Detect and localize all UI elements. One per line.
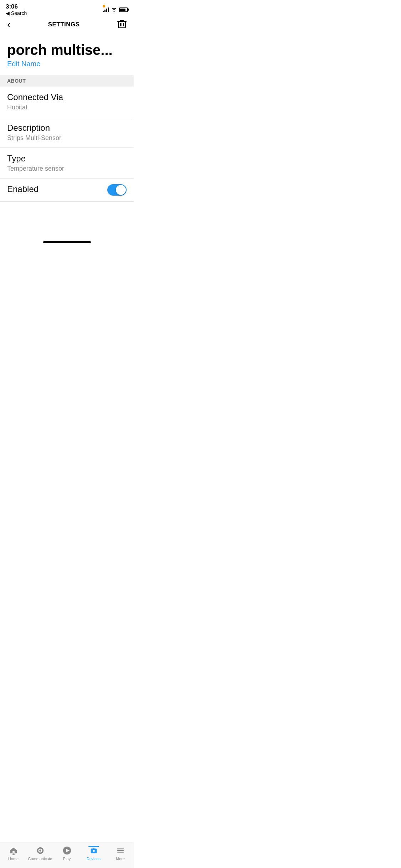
- description-row: Description Strips Multi-Sensor: [0, 117, 134, 148]
- type-value: Temperature sensor: [7, 165, 127, 172]
- connected-via-title: Connected Via: [7, 92, 127, 102]
- connected-via-row: Connected Via Hubitat: [0, 87, 134, 117]
- enabled-toggle-container: [107, 184, 127, 196]
- edit-name-button[interactable]: Edit Name: [7, 60, 127, 68]
- enabled-title: Enabled: [7, 184, 38, 194]
- connected-via-value: Hubitat: [7, 104, 127, 111]
- signal-icon: [103, 7, 109, 12]
- back-button[interactable]: ‹: [7, 20, 10, 30]
- status-bar: 3:06 ◀ Search: [0, 0, 134, 16]
- nav-title: SETTINGS: [48, 21, 80, 28]
- enabled-toggle[interactable]: [107, 184, 127, 196]
- wifi-icon: [111, 7, 117, 13]
- home-bar: [43, 241, 91, 243]
- battery-icon: [119, 7, 128, 12]
- toggle-knob: [116, 185, 126, 195]
- description-value: Strips Multi-Sensor: [7, 134, 127, 142]
- device-name: porch multise...: [7, 42, 127, 58]
- about-section-header: ABOUT: [0, 75, 134, 87]
- status-back-label: ◀ Search: [6, 10, 27, 16]
- nav-bar: ‹ SETTINGS: [0, 16, 134, 35]
- enabled-row: Enabled: [0, 179, 134, 202]
- description-title: Description: [7, 123, 127, 133]
- home-indicator: [0, 234, 134, 246]
- type-title: Type: [7, 154, 127, 164]
- trash-button[interactable]: [117, 19, 127, 31]
- notification-dot: [103, 5, 105, 7]
- type-row: Type Temperature sensor: [0, 148, 134, 179]
- device-name-section: porch multise... Edit Name: [0, 35, 134, 72]
- status-time: 3:06: [6, 3, 27, 10]
- status-icons: [103, 7, 128, 13]
